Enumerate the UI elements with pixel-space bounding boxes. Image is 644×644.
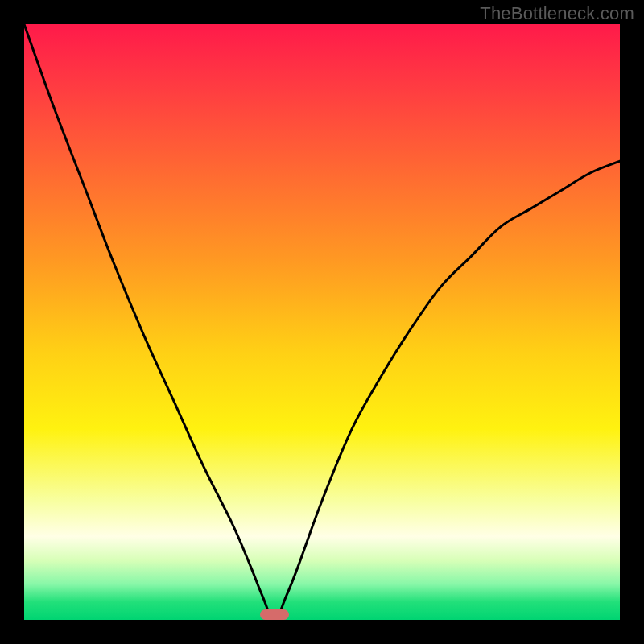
optimal-marker bbox=[260, 609, 289, 620]
plot-svg bbox=[24, 24, 620, 620]
gradient-background bbox=[24, 24, 620, 620]
watermark-text: TheBottleneck.com bbox=[480, 3, 634, 24]
chart-frame: TheBottleneck.com bbox=[0, 0, 644, 644]
plot-area bbox=[24, 24, 620, 620]
